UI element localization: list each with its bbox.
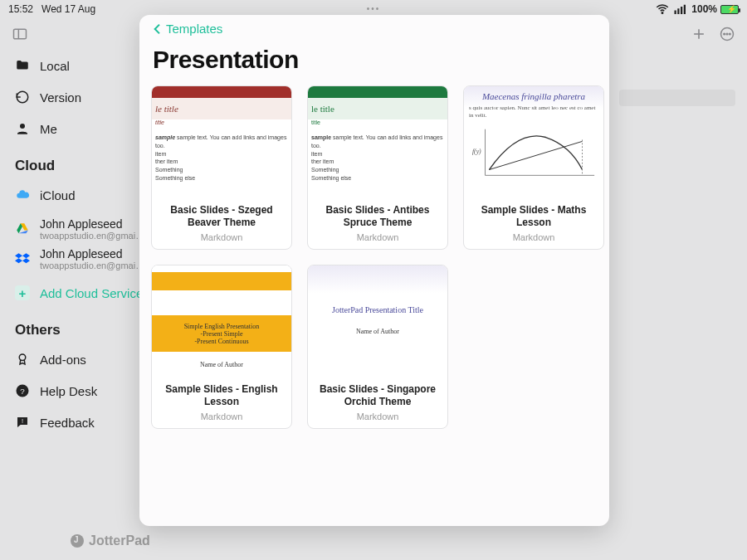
sidebar-item-gdrive[interactable]: John Appleseed twoappstudio.en@gmail.com	[15, 217, 145, 241]
svg-rect-3	[681, 7, 682, 14]
template-thumbnail: JotterPad Presentation Title Name of Aut…	[308, 265, 447, 377]
svg-text:?: ?	[20, 387, 25, 396]
sidebar-item-label: Version	[40, 90, 81, 105]
template-format: Markdown	[513, 232, 555, 242]
sidebar-item-label: iCloud	[40, 188, 76, 202]
section-header-cloud: Cloud	[15, 158, 145, 174]
sidebar-item-feedback[interactable]: ! Feedback	[15, 407, 145, 438]
add-cloud-label: Add Cloud Service	[40, 286, 143, 300]
sidebar-item-dropbox[interactable]: John Appleseed twoappstudio.en@gmail.com	[15, 247, 145, 270]
account-email: twoappstudio.en@gmail.com	[40, 261, 145, 270]
template-title: Sample Slides - English Lesson	[159, 383, 285, 408]
svg-rect-4	[684, 5, 686, 14]
sidebar-item-label: Feedback	[40, 416, 95, 430]
svg-marker-18	[22, 253, 30, 258]
back-button[interactable]: Templates	[151, 22, 598, 36]
template-card[interactable]: le title title sample sample text. You c…	[307, 85, 448, 250]
sidebar-item-me[interactable]: Me	[15, 113, 145, 144]
back-label: Templates	[166, 22, 222, 36]
svg-point-0	[662, 12, 664, 14]
badge-icon	[15, 352, 30, 367]
svg-point-11	[726, 33, 728, 35]
template-format: Markdown	[201, 232, 243, 242]
account-name: John Appleseed	[40, 247, 145, 261]
sidebar-item-version[interactable]: Version	[15, 81, 145, 113]
template-title: Sample Slides - Maths Lesson	[471, 204, 597, 229]
template-card[interactable]: JotterPad Presentation Title Name of Aut…	[307, 265, 448, 429]
template-card[interactable]: le title title sample sample text. You c…	[151, 85, 292, 250]
svg-rect-2	[678, 8, 680, 14]
svg-rect-1	[675, 11, 676, 15]
gdrive-icon	[15, 222, 30, 236]
template-thumbnail: le title title sample sample text. You c…	[308, 86, 447, 197]
svg-point-10	[724, 33, 725, 35]
template-title: Basic Slides - Singapore Orchid Theme	[315, 383, 441, 408]
question-icon: ?	[15, 383, 30, 398]
status-time: 15:52	[8, 3, 33, 15]
svg-rect-5	[14, 29, 27, 39]
folder-icon	[15, 58, 30, 73]
icloud-icon	[15, 187, 30, 202]
template-title: Basic Slides - Szeged Beaver Theme	[159, 204, 285, 229]
sidebar-item-label: Me	[40, 122, 57, 136]
brand-name: JotterPad	[89, 533, 150, 548]
template-card[interactable]: Maecenas fringilla pharetra s quis aucto…	[463, 85, 604, 250]
person-icon	[15, 121, 30, 136]
modal-title: Presentation	[153, 46, 596, 74]
template-format: Markdown	[357, 232, 399, 242]
template-thumbnail: le title title sample sample text. You c…	[152, 86, 291, 197]
sidebar-item-icloud[interactable]: iCloud	[15, 179, 145, 211]
section-header-others: Others	[15, 322, 145, 338]
background-row	[619, 90, 735, 106]
svg-text:!: !	[22, 417, 23, 425]
sidebar-item-label: Add-ons	[40, 353, 86, 367]
chat-icon: !	[15, 415, 30, 430]
template-title: Basic Slides - Antibes Spruce Theme	[315, 204, 441, 229]
account-email: twoappstudio.en@gmail.com	[40, 231, 145, 241]
svg-point-12	[730, 33, 731, 35]
template-thumbnail: Maecenas fringilla pharetra s quis aucto…	[464, 86, 603, 197]
battery-percent: 100%	[691, 3, 717, 15]
chevron-left-icon	[151, 22, 164, 36]
wifi-icon	[655, 2, 670, 17]
template-format: Markdown	[357, 411, 399, 421]
sidebar: Local Version Me Cloud iCloud John Apple…	[0, 50, 145, 560]
template-chooser-modal: Templates Presentation le title title sa…	[139, 15, 609, 526]
sidebar-item-addons[interactable]: Add-ons	[15, 343, 145, 375]
svg-point-21	[19, 354, 26, 361]
add-button[interactable]	[691, 26, 707, 42]
template-card[interactable]: Simple English Presentation -Present Sim…	[151, 265, 292, 429]
svg-marker-19	[15, 258, 22, 263]
template-format: Markdown	[201, 411, 243, 421]
more-button[interactable]	[719, 26, 735, 42]
svg-line-28	[489, 142, 582, 170]
sidebar-item-label: Help Desk	[40, 384, 97, 398]
template-grid: le title title sample sample text. You c…	[139, 85, 609, 429]
brand-footer: JotterPad	[71, 533, 150, 548]
history-icon	[15, 90, 30, 105]
svg-marker-17	[15, 253, 22, 258]
account-name: John Appleseed	[40, 217, 145, 231]
svg-marker-20	[22, 258, 30, 263]
template-thumbnail: Simple English Presentation -Present Sim…	[152, 265, 291, 377]
dropbox-icon	[15, 251, 30, 266]
status-date: Wed 17 Aug	[42, 3, 95, 15]
sidebar-toggle-icon[interactable]	[12, 26, 28, 42]
plus-icon: +	[15, 285, 30, 300]
sidebar-item-label: Local	[40, 59, 70, 73]
svg-text:f(y): f(y)	[472, 148, 481, 155]
grab-handle-icon: •••	[367, 4, 381, 13]
brand-logo-icon	[71, 534, 84, 548]
add-cloud-button[interactable]: + Add Cloud Service	[15, 277, 145, 309]
battery-icon: ⚡	[720, 5, 739, 14]
svg-point-13	[20, 124, 25, 129]
sidebar-item-local[interactable]: Local	[15, 50, 145, 81]
sidebar-item-helpdesk[interactable]: ? Help Desk	[15, 375, 145, 407]
cell-signal-icon	[673, 2, 688, 17]
